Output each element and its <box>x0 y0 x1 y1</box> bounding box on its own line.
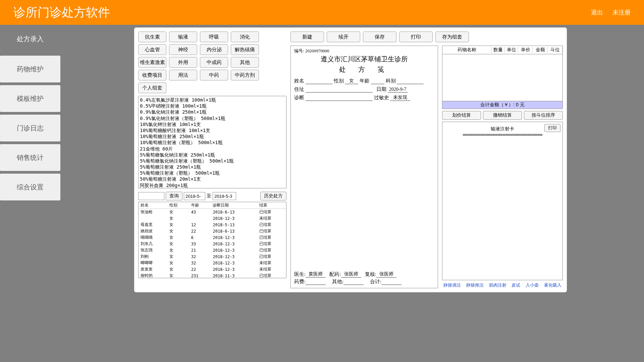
calc-button[interactable]: 按斗位排序 <box>524 111 563 120</box>
rx-grid-body[interactable] <box>442 54 563 101</box>
category-button[interactable]: 心血管 <box>138 44 166 55</box>
category-button[interactable]: 个人组套 <box>138 82 166 93</box>
route-link[interactable]: 雾化吸入 <box>544 282 561 288</box>
prescription-form: 编号: 20200970000 遵义市汇川区茅草铺卫生诊所 处 方 笺 姓名 性… <box>290 46 438 288</box>
tab-visit-log[interactable]: 门诊日志 <box>0 115 60 141</box>
total-amount: 合计金额（￥）: 0 元 <box>442 101 563 109</box>
category-button[interactable]: 解热镇痛 <box>231 44 259 55</box>
category-button[interactable]: 内分泌 <box>200 44 228 55</box>
drug-item[interactable]: 10%氯化钾注射液 10ml×1支 <box>140 121 285 127</box>
drug-list[interactable]: 0.4%左氧氟沙星注射液 100ml×1瓶0.5%甲硝唑注射液 100ml×1瓶… <box>138 96 286 188</box>
date-from-input[interactable] <box>184 192 205 200</box>
tab-sales[interactable]: 销售统计 <box>0 144 60 171</box>
category-button[interactable]: 用法 <box>169 70 197 80</box>
route-link[interactable]: 静脉滴注 <box>443 282 461 288</box>
category-button[interactable]: 中药 <box>200 70 228 80</box>
drug-item[interactable]: 21金维他 60片 <box>140 146 285 152</box>
drug-item[interactable]: 5%葡萄糖注射液 250ml×1瓶 <box>140 164 285 170</box>
table-row[interactable]: 刘东几女332018-12-3已结算 <box>139 241 286 247</box>
table-row[interactable]: 姚劲波女222018-6-13已结算 <box>139 228 286 234</box>
category-button[interactable]: 其他 <box>231 57 259 68</box>
drug-item[interactable]: 0.5%甲硝唑注射液 100ml×1瓶 <box>140 103 285 109</box>
calc-button[interactable]: 划价结算 <box>442 111 481 120</box>
category-button[interactable]: 外用 <box>169 57 197 68</box>
rx-number: 20200970000 <box>305 48 329 53</box>
category-button[interactable]: 神经 <box>169 44 197 55</box>
drug-item[interactable]: 5%葡萄糖氯化钠注射液 250ml×1瓶 <box>140 152 285 158</box>
table-row[interactable]: 女2018-12-3未结算 <box>139 215 286 222</box>
drug-item[interactable]: 10%葡萄糖注射液 250ml×1瓶 <box>140 133 285 139</box>
history-button[interactable]: 历史处方 <box>260 192 286 200</box>
table-row[interactable]: 刘刚女322018-12-3已结算 <box>139 253 286 260</box>
table-row[interactable]: 张油枪女432018-6-13已结算 <box>139 209 286 216</box>
table-row[interactable]: 唧唧唧女322018-12-3未结算 <box>139 260 286 266</box>
category-button[interactable]: 收费项目 <box>138 70 166 80</box>
sidebar: 处方录入 药物维护 模板维护 门诊日志 销售统计 综合设置 <box>0 25 60 362</box>
drug-item[interactable]: 5%葡萄糖注射液（塑瓶） 500ml×1瓶 <box>140 170 285 176</box>
search-input[interactable] <box>138 192 164 200</box>
drug-item[interactable]: 5%葡萄糖氯化钠注射液（塑瓶） 500ml×1瓶 <box>140 158 285 164</box>
drug-item[interactable]: 0.4%左氧氟沙星注射液 100ml×1瓶 <box>140 97 285 103</box>
injection-card: 打印 输液注射卡 ===============================… <box>442 122 563 280</box>
tab-rx-entry[interactable]: 处方录入 <box>0 25 60 53</box>
tab-template[interactable]: 模板维护 <box>0 85 60 112</box>
route-link[interactable]: 皮试 <box>512 282 520 288</box>
table-row[interactable]: 母嘉里女122018-5-13已结算 <box>139 222 286 228</box>
action-button[interactable]: 保存 <box>363 32 396 42</box>
clinic-name: 遵义市汇川区茅草铺卫生诊所 <box>294 55 434 64</box>
action-button[interactable]: 打印 <box>399 32 433 42</box>
unregistered-link[interactable]: 未注册 <box>612 8 631 16</box>
date-to-label: 至 <box>207 193 211 199</box>
drug-item[interactable]: 0.9%氯化钠注射液（塑瓶） 500ml×1瓶 <box>140 115 285 121</box>
drug-item[interactable]: 50%葡萄糖注射液 20ml×1支 <box>140 176 285 182</box>
category-button[interactable]: 中成药 <box>200 57 228 68</box>
logout-link[interactable]: 退出 <box>591 8 603 16</box>
drug-item[interactable]: 阿胶补血膏 200g×1瓶 <box>140 182 285 188</box>
table-row[interactable]: 按时的女2312018-11-3已结算 <box>139 273 286 278</box>
rx-grid-header: 药物名称数量单位单价金额斗位 <box>442 46 563 54</box>
category-button[interactable]: 维生素激素 <box>138 57 166 68</box>
print-card-button[interactable]: 打印 <box>544 124 560 132</box>
table-row[interactable]: 发发发女222018-12-3未结算 <box>139 266 286 273</box>
tab-settings[interactable]: 综合设置 <box>0 174 60 200</box>
category-button[interactable]: 输液 <box>169 32 197 42</box>
date-to-input[interactable] <box>213 192 236 200</box>
route-link[interactable]: 入小壶 <box>526 282 539 288</box>
route-link[interactable]: 静脉推注 <box>466 282 484 288</box>
history-table[interactable]: 姓名性别年龄诊断日期结算张油枪女432018-6-13已结算女2018-12-3… <box>138 202 286 278</box>
table-row[interactable]: 嘀嘀嘀女62018-12-3已结算 <box>139 234 286 241</box>
action-button[interactable]: 存为组套 <box>435 32 469 42</box>
route-link[interactable]: 肌肉注射 <box>489 282 506 288</box>
query-button[interactable]: 查询 <box>166 192 182 200</box>
drug-item[interactable]: 10%葡萄糖酸钙注射液 10ml×1支 <box>140 127 285 133</box>
tab-drug-maint[interactable]: 药物维护 <box>0 56 60 82</box>
calc-button[interactable]: 撤销结算 <box>483 111 522 120</box>
category-button[interactable]: 呼吸 <box>200 32 228 42</box>
action-button[interactable]: 续开 <box>327 32 360 42</box>
app-title: 诊所门诊处方软件 <box>13 4 110 21</box>
category-button[interactable]: 抗生素 <box>138 32 166 42</box>
table-row[interactable]: 张志强女212018-12-3已结算 <box>139 247 286 253</box>
category-button[interactable]: 消化 <box>231 32 259 42</box>
action-button[interactable]: 新建 <box>290 32 324 42</box>
drug-item[interactable]: 0.9%氯化钠注射液 250ml×1瓶 <box>140 109 285 115</box>
drug-item[interactable]: 10%葡萄糖注射液（塑瓶） 500ml×1瓶 <box>140 139 285 145</box>
rx-subtitle: 处 方 笺 <box>294 65 434 74</box>
category-button[interactable]: 中药方剂 <box>231 70 259 80</box>
